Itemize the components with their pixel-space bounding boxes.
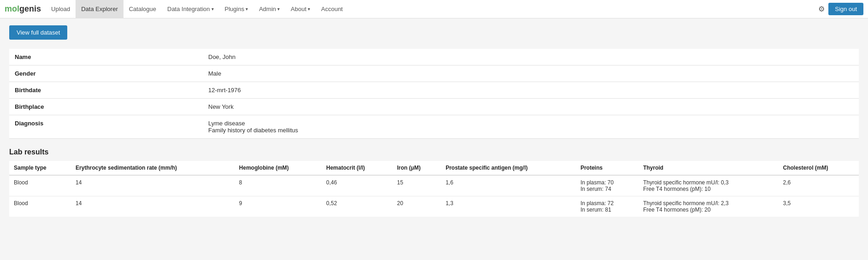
lab-cell: 2,6 bbox=[779, 175, 859, 196]
patient-field-row: NameDoe, John bbox=[9, 49, 859, 65]
lab-header-row: Sample typeErythrocyte sedimentation rat… bbox=[9, 161, 859, 175]
patient-field-row: BirthplaceNew York bbox=[9, 99, 859, 115]
nav-account[interactable]: Account bbox=[316, 0, 348, 18]
caret-icon: ▾ bbox=[308, 6, 310, 12]
lab-column-header: Erythrocyte sedimentation rate (mm/h) bbox=[71, 161, 235, 175]
lab-column-header: Thyroid bbox=[639, 161, 779, 175]
patient-field-row: GenderMale bbox=[9, 65, 859, 82]
brand-dark: genis bbox=[19, 4, 41, 13]
lab-cell: Thyroid specific hormone mU/l: 2,3Free T… bbox=[639, 196, 779, 217]
lab-cell: 15 bbox=[393, 175, 441, 196]
lab-cell: Thyroid specific hormone mU/l: 0,3Free T… bbox=[639, 175, 779, 196]
patient-field-label: Birthplace bbox=[9, 99, 203, 115]
patient-field-value: 12-mrt-1976 bbox=[203, 82, 859, 99]
brand-logo: molgenis bbox=[5, 4, 41, 14]
nav-admin[interactable]: Admin▾ bbox=[253, 0, 285, 18]
patient-field-row: DiagnosisLyme diseaseFamily history of d… bbox=[9, 115, 859, 139]
lab-cell: Blood bbox=[9, 196, 71, 217]
nav-data-explorer[interactable]: Data Explorer bbox=[76, 0, 123, 18]
lab-cell: 1,3 bbox=[441, 196, 576, 217]
lab-results-table: Sample typeErythrocyte sedimentation rat… bbox=[9, 161, 859, 217]
caret-icon: ▾ bbox=[277, 6, 280, 12]
lab-column-header: Sample type bbox=[9, 161, 71, 175]
lab-column-header: Cholesterol (mM) bbox=[779, 161, 859, 175]
patient-field-label: Name bbox=[9, 49, 203, 65]
patient-field-value: New York bbox=[203, 99, 859, 115]
patient-field-label: Gender bbox=[9, 65, 203, 82]
lab-cell: In plasma: 70In serum: 74 bbox=[576, 175, 639, 196]
lab-column-header: Hemoglobine (mM) bbox=[235, 161, 322, 175]
lab-column-header: Hematocrit (l/l) bbox=[322, 161, 393, 175]
patient-field-value: Doe, John bbox=[203, 49, 859, 65]
patient-field-value: Male bbox=[203, 65, 859, 82]
patient-field-label: Diagnosis bbox=[9, 115, 203, 139]
nav-data-integration[interactable]: Data Integration▾ bbox=[162, 0, 219, 18]
view-full-dataset-button[interactable]: View full dataset bbox=[9, 25, 67, 40]
brand-text: molgenis bbox=[5, 4, 41, 14]
lab-cell: 0,46 bbox=[322, 175, 393, 196]
lab-cell: In plasma: 72In serum: 81 bbox=[576, 196, 639, 217]
lab-column-header: Prostate specific antigen (mg/l) bbox=[441, 161, 576, 175]
navbar-right: ⚙ Sign out bbox=[818, 3, 863, 15]
nav-catalogue[interactable]: Catalogue bbox=[123, 0, 162, 18]
caret-icon: ▾ bbox=[246, 6, 248, 12]
lab-cell: 8 bbox=[235, 175, 322, 196]
patient-info-table: NameDoe, JohnGenderMaleBirthdate12-mrt-1… bbox=[9, 49, 859, 139]
lab-cell: Blood bbox=[9, 175, 71, 196]
nav-upload[interactable]: Upload bbox=[46, 0, 76, 18]
lab-cell: 14 bbox=[71, 196, 235, 217]
lab-data-row: Blood1480,46151,6In plasma: 70In serum: … bbox=[9, 175, 859, 196]
lab-cell: 14 bbox=[71, 175, 235, 196]
main-content: View full dataset NameDoe, JohnGenderMal… bbox=[0, 18, 868, 224]
lab-cell: 9 bbox=[235, 196, 322, 217]
nav-items: Upload Data Explorer Catalogue Data Inte… bbox=[46, 0, 818, 18]
lab-cell: 20 bbox=[393, 196, 441, 217]
gear-icon[interactable]: ⚙ bbox=[818, 5, 825, 13]
nav-about[interactable]: About▾ bbox=[285, 0, 316, 18]
brand-green: mol bbox=[5, 4, 19, 13]
lab-data-row: Blood1490,52201,3In plasma: 72In serum: … bbox=[9, 196, 859, 217]
patient-field-row: Birthdate12-mrt-1976 bbox=[9, 82, 859, 99]
lab-results-title: Lab results bbox=[9, 148, 859, 156]
lab-cell: 1,6 bbox=[441, 175, 576, 196]
nav-plugins[interactable]: Plugins▾ bbox=[219, 0, 254, 18]
patient-field-value: Lyme diseaseFamily history of diabetes m… bbox=[203, 115, 859, 139]
lab-column-header: Proteins bbox=[576, 161, 639, 175]
lab-cell: 3,5 bbox=[779, 196, 859, 217]
navbar: molgenis Upload Data Explorer Catalogue … bbox=[0, 0, 868, 18]
caret-icon: ▾ bbox=[211, 6, 214, 12]
patient-field-label: Birthdate bbox=[9, 82, 203, 99]
sign-out-button[interactable]: Sign out bbox=[828, 3, 863, 15]
lab-column-header: Iron (μM) bbox=[393, 161, 441, 175]
lab-cell: 0,52 bbox=[322, 196, 393, 217]
